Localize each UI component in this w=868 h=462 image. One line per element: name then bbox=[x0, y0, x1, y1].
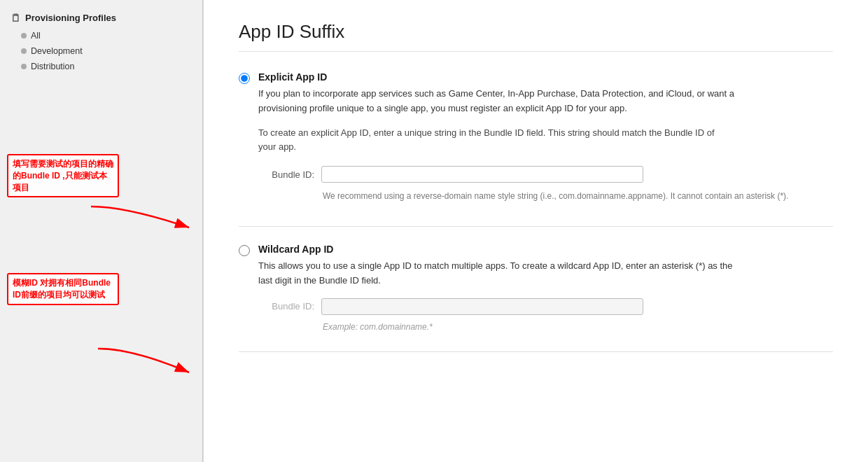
explicit-app-id-block: Explicit App ID If you plan to incorpora… bbox=[239, 71, 833, 206]
section-divider bbox=[239, 226, 833, 227]
sidebar-item-distribution[interactable]: Distribution bbox=[0, 59, 202, 74]
page-title: App ID Suffix bbox=[239, 21, 833, 52]
sidebar-item-label: Development bbox=[31, 46, 83, 56]
explicit-app-id-title: Explicit App ID bbox=[258, 71, 788, 83]
wildcard-app-id-title: Wildcard App ID bbox=[258, 244, 734, 255]
explicit-bundle-id-input[interactable] bbox=[321, 166, 643, 183]
explicit-app-id-content: Explicit App ID If you plan to incorpora… bbox=[258, 71, 788, 206]
sidebar-dot-icon bbox=[21, 33, 27, 38]
explicit-radio-col bbox=[239, 73, 250, 86]
sidebar-item-all[interactable]: All bbox=[0, 28, 202, 43]
sidebar-item-label: All bbox=[31, 31, 41, 41]
explicit-bundle-id-hint: We recommend using a reverse-domain name… bbox=[323, 190, 788, 202]
document-icon: 🗒 bbox=[10, 11, 21, 24]
explicit-app-id-desc2: To create an explicit App ID, enter a un… bbox=[258, 126, 734, 155]
sidebar-dot-icon bbox=[21, 64, 27, 69]
arrow-1-icon bbox=[84, 200, 196, 234]
explicit-app-id-desc1: If you plan to incorporate app services … bbox=[258, 87, 734, 116]
sidebar-item-label: Distribution bbox=[31, 62, 75, 71]
wildcard-bundle-id-row: Bundle ID: bbox=[258, 298, 734, 315]
sidebar-section-header[interactable]: 🗒 Provisioning Profiles bbox=[0, 7, 202, 28]
main-content: App ID Suffix Explicit App ID If you pla… bbox=[203, 0, 868, 462]
sidebar: 🗒 Provisioning Profiles All Development … bbox=[0, 0, 203, 462]
sidebar-dot-icon bbox=[21, 48, 27, 54]
wildcard-app-id-content: Wildcard App ID This allows you to use a… bbox=[258, 244, 734, 332]
annotation-explicit-bundle-id: 填写需要测试的项目的精确的Bundle ID ,只能测试本项目 bbox=[7, 154, 119, 197]
wildcard-app-id-desc: This allows you to use a single App ID t… bbox=[258, 259, 734, 288]
explicit-bundle-id-row: Bundle ID: bbox=[258, 166, 788, 183]
sidebar-item-development[interactable]: Development bbox=[0, 43, 202, 59]
wildcard-app-id-block: Wildcard App ID This allows you to use a… bbox=[239, 244, 833, 332]
wildcard-radio-col bbox=[239, 245, 250, 258]
wildcard-app-id-radio[interactable] bbox=[239, 245, 250, 256]
sidebar-section-label: Provisioning Profiles bbox=[25, 13, 116, 23]
annotation-wildcard-bundle-id: 模糊ID 对拥有相同Bundle ID前缀的项目均可以测试 bbox=[7, 273, 119, 305]
explicit-bundle-id-label: Bundle ID: bbox=[258, 169, 314, 180]
wildcard-bundle-id-input[interactable] bbox=[321, 298, 643, 315]
arrow-2-icon bbox=[91, 342, 196, 380]
wildcard-bundle-id-example: Example: com.domainname.* bbox=[323, 322, 734, 332]
wildcard-bundle-id-label: Bundle ID: bbox=[258, 301, 314, 312]
bottom-divider bbox=[239, 351, 833, 352]
explicit-app-id-radio[interactable] bbox=[239, 73, 250, 84]
